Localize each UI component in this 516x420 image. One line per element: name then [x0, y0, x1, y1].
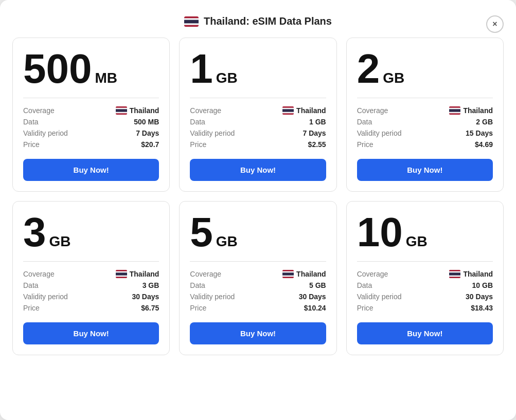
validity-label: Validity period — [23, 293, 68, 301]
price-row: Price $2.55 — [190, 140, 326, 149]
coverage-country: Thailand — [130, 106, 159, 115]
price-value: $10.24 — [304, 304, 326, 312]
validity-value: 30 Days — [466, 293, 493, 301]
svg-rect-17 — [282, 272, 294, 275]
validity-row: Validity period 15 Days — [357, 129, 493, 137]
data-value: 3 GB — [143, 281, 159, 289]
coverage-value: Thailand — [449, 106, 493, 115]
data-label: Data — [357, 281, 372, 289]
validity-value: 7 Days — [303, 129, 326, 137]
validity-label: Validity period — [190, 129, 235, 137]
validity-label: Validity period — [23, 129, 68, 137]
data-value: 2 GB — [476, 118, 493, 126]
plan-size: 1 GB — [190, 48, 326, 89]
plan-divider — [190, 98, 326, 98]
price-label: Price — [23, 304, 40, 312]
coverage-row: Coverage Thailand — [190, 106, 326, 115]
svg-rect-8 — [282, 109, 294, 112]
validity-row: Validity period 7 Days — [23, 129, 159, 137]
plan-details: Coverage Thailand Data 2 GB Validity per… — [357, 106, 493, 149]
price-row: Price $20.7 — [23, 140, 159, 149]
coverage-country: Thailand — [296, 106, 326, 115]
coverage-label: Coverage — [23, 106, 55, 115]
plan-size: 2 GB — [357, 48, 493, 89]
svg-rect-14 — [116, 272, 127, 275]
plan-size-number: 1 — [190, 48, 213, 89]
coverage-country: Thailand — [463, 270, 493, 278]
modal-title: Thailand: eSIM Data Plans — [184, 15, 332, 27]
plan-size-unit: MB — [95, 70, 117, 86]
plan-divider — [357, 261, 493, 262]
data-value: 10 GB — [472, 281, 493, 289]
buy-now-button[interactable]: Buy Now! — [190, 322, 326, 344]
data-value: 500 MB — [134, 118, 159, 126]
price-value: $4.69 — [475, 140, 493, 149]
price-row: Price $18.43 — [357, 304, 493, 312]
validity-label: Validity period — [190, 293, 235, 301]
coverage-row: Coverage Thailand — [357, 270, 493, 278]
validity-row: Validity period 30 Days — [190, 293, 326, 301]
price-value: $2.55 — [308, 140, 326, 149]
data-value: 1 GB — [309, 118, 326, 126]
price-row: Price $6.75 — [23, 304, 159, 312]
validity-value: 7 Days — [136, 129, 159, 137]
plan-divider — [23, 261, 159, 262]
coverage-row: Coverage Thailand — [190, 270, 326, 278]
modal-header: Thailand: eSIM Data Plans × — [12, 10, 504, 38]
data-row: Data 3 GB — [23, 281, 159, 289]
plan-divider — [357, 98, 493, 98]
plan-size-unit: GB — [49, 233, 71, 250]
plans-grid: 500 MB Coverage Thailand Data 500 MB Val… — [12, 38, 504, 355]
validity-row: Validity period 7 Days — [190, 129, 326, 137]
data-row: Data 10 GB — [357, 281, 493, 289]
thailand-flag-icon — [282, 270, 294, 278]
svg-rect-11 — [449, 109, 460, 112]
coverage-value: Thailand — [116, 106, 159, 115]
buy-now-button[interactable]: Buy Now! — [190, 159, 326, 181]
plan-size: 500 MB — [23, 48, 159, 89]
coverage-value: Thailand — [116, 270, 159, 278]
close-button[interactable]: × — [486, 15, 504, 33]
data-row: Data 2 GB — [357, 118, 493, 126]
plan-card-plan-3gb: 3 GB Coverage Thailand Data 3 GB Validit… — [12, 201, 170, 355]
thailand-flag-icon — [282, 106, 294, 115]
data-label: Data — [190, 118, 205, 126]
buy-now-button[interactable]: Buy Now! — [23, 322, 159, 344]
buy-now-button[interactable]: Buy Now! — [357, 159, 493, 181]
data-label: Data — [357, 118, 372, 126]
data-value: 5 GB — [309, 281, 326, 289]
data-label: Data — [190, 281, 205, 289]
plan-card-plan-1gb: 1 GB Coverage Thailand Data 1 GB Validit… — [179, 38, 336, 192]
coverage-label: Coverage — [190, 270, 221, 278]
validity-row: Validity period 30 Days — [23, 293, 159, 301]
coverage-label: Coverage — [190, 106, 221, 115]
coverage-label: Coverage — [357, 106, 388, 115]
data-row: Data 500 MB — [23, 118, 159, 126]
coverage-value: Thailand — [282, 106, 326, 115]
plan-card-plan-2gb: 2 GB Coverage Thailand Data 2 GB Validit… — [346, 38, 504, 192]
plan-details: Coverage Thailand Data 3 GB Validity per… — [23, 270, 159, 312]
plan-details: Coverage Thailand Data 1 GB Validity per… — [190, 106, 326, 149]
plan-card-plan-500mb: 500 MB Coverage Thailand Data 500 MB Val… — [12, 38, 170, 192]
plan-size-number: 5 — [190, 212, 213, 253]
plan-size: 5 GB — [190, 212, 326, 253]
validity-value: 30 Days — [132, 293, 159, 301]
data-row: Data 1 GB — [190, 118, 326, 126]
price-row: Price $10.24 — [190, 304, 326, 312]
plan-details: Coverage Thailand Data 5 GB Validity per… — [190, 270, 326, 312]
coverage-row: Coverage Thailand — [23, 270, 159, 278]
price-label: Price — [357, 304, 373, 312]
price-label: Price — [357, 140, 373, 149]
plan-size-number: 500 — [23, 48, 92, 89]
plan-card-plan-10gb: 10 GB Coverage Thailand Data 10 GB Valid… — [346, 201, 504, 355]
buy-now-button[interactable]: Buy Now! — [23, 159, 159, 181]
plan-size-number: 10 — [357, 212, 403, 253]
coverage-value: Thailand — [282, 270, 326, 278]
esim-plans-modal: Thailand: eSIM Data Plans × 500 MB Cover… — [0, 0, 516, 420]
plan-size-unit: GB — [216, 233, 238, 250]
price-label: Price — [190, 140, 206, 149]
plan-details: Coverage Thailand Data 500 MB Validity p… — [23, 106, 159, 149]
validity-label: Validity period — [357, 293, 402, 301]
buy-now-button[interactable]: Buy Now! — [357, 322, 493, 344]
thailand-flag-icon — [449, 106, 460, 115]
